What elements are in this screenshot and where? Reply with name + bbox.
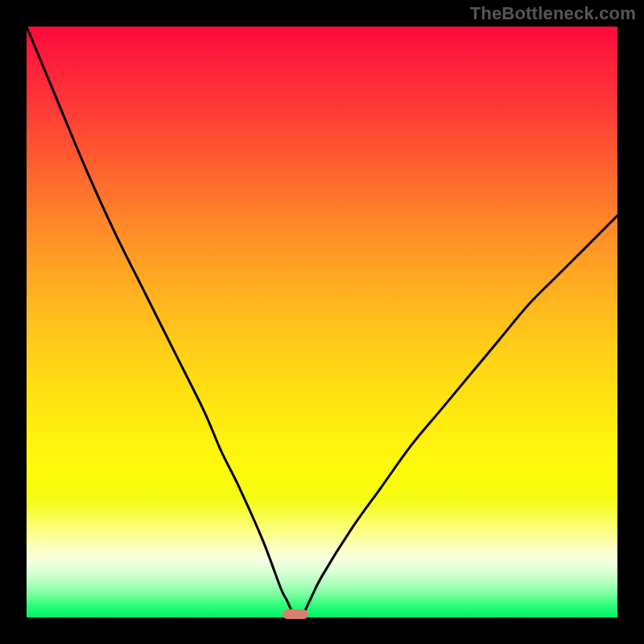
watermark-text: TheBottleneck.com [470,3,636,24]
chart-frame: TheBottleneck.com [0,0,644,644]
optimum-marker [283,609,308,619]
bottleneck-curve [27,27,617,617]
plot-area [27,27,617,617]
